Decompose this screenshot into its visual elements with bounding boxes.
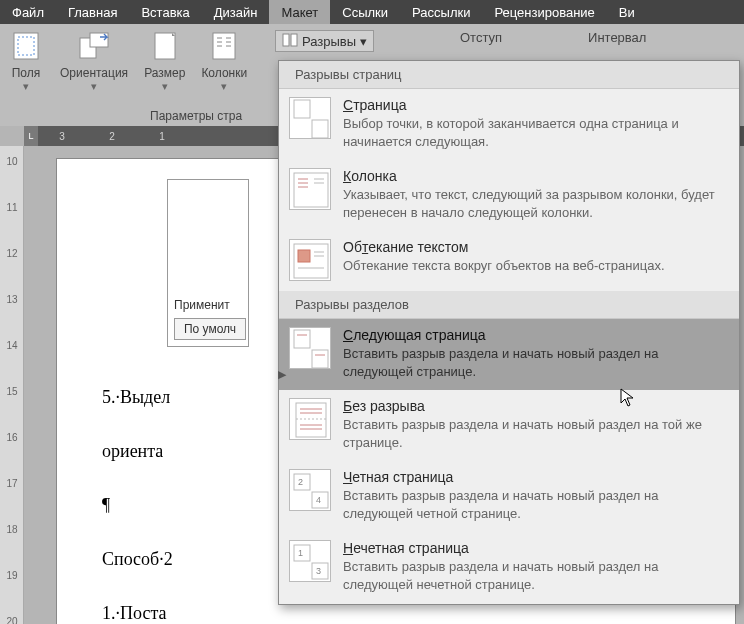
svg-text:1: 1: [298, 548, 303, 558]
ruler-tick: 12: [0, 248, 24, 259]
svg-rect-23: [298, 250, 310, 262]
page-break-icon: [289, 97, 331, 139]
ruler-tick: 2: [102, 126, 122, 146]
svg-text:4: 4: [316, 495, 321, 505]
menu-design[interactable]: Дизайн: [202, 0, 270, 24]
page-breaks-header: Разрывы страниц: [279, 61, 739, 89]
dropdown-caret-icon: ▾: [360, 34, 367, 49]
svg-rect-14: [294, 100, 310, 118]
page-setup-dialog-fragment: Применит По умолч: [167, 179, 249, 347]
break-continuous[interactable]: Без разрыва Вставить разрыв раздела и на…: [279, 390, 739, 461]
ruler-tick: 1: [152, 126, 172, 146]
menu-mailings[interactable]: Рассылки: [400, 0, 482, 24]
break-column[interactable]: Колонка Указывает, что текст, следующий …: [279, 160, 739, 231]
item-desc: Указывает, что текст, следующий за разры…: [343, 186, 725, 221]
breaks-icon: [282, 33, 298, 50]
dropdown-caret-icon: ▾: [91, 80, 97, 93]
svg-text:2: 2: [298, 477, 303, 487]
size-icon: [147, 28, 183, 64]
menu-view[interactable]: Ви: [607, 0, 647, 24]
dropdown-caret-icon: ▾: [23, 80, 29, 93]
next-page-break-icon: [289, 327, 331, 369]
ruler-tick: 11: [0, 202, 24, 213]
break-odd-page[interactable]: 13 Нечетная страница Вставить разрыв раз…: [279, 532, 739, 603]
tab-stop-selector[interactable]: L: [24, 126, 38, 146]
breaks-dropdown: Разрывы страниц Страница Выбор точки, в …: [278, 60, 740, 605]
columns-icon: [206, 28, 242, 64]
mouse-cursor-icon: [620, 388, 636, 411]
item-title: Без разрыва: [343, 398, 725, 414]
orientation-icon: [76, 28, 112, 64]
break-even-page[interactable]: 24 Четная страница Вставить разрыв разде…: [279, 461, 739, 532]
menu-layout[interactable]: Макет: [269, 0, 330, 24]
break-text-wrap[interactable]: Обтекание текстом Обтекание текста вокру…: [279, 231, 739, 291]
column-break-icon: [289, 168, 331, 210]
item-title: Нечетная страница: [343, 540, 725, 556]
svg-rect-12: [283, 34, 289, 46]
ruler-tick: 15: [0, 386, 24, 397]
break-next-page[interactable]: Следующая страница Вставить разрыв разде…: [279, 319, 739, 390]
margins-icon: [8, 28, 44, 64]
ruler-tick: 16: [0, 432, 24, 443]
orientation-label: Ориентация: [60, 66, 128, 80]
svg-rect-16: [294, 173, 328, 207]
columns-label: Колонки: [201, 66, 247, 80]
page-setup-group-label: Параметры стра: [0, 106, 248, 126]
svg-rect-4: [155, 33, 175, 59]
ruler-tick: 19: [0, 570, 24, 581]
ruler-tick: 20: [0, 616, 24, 624]
item-desc: Выбор точки, в которой заканчивается одн…: [343, 115, 725, 150]
item-desc: Вставить разрыв раздела и начать новый р…: [343, 558, 725, 593]
menu-file[interactable]: Файл: [0, 0, 56, 24]
menu-review[interactable]: Рецензирование: [482, 0, 606, 24]
ruler-tick: 13: [0, 294, 24, 305]
ribbon-right-labels: Отступ Интервал: [460, 30, 646, 45]
indent-label: Отступ: [460, 30, 502, 45]
apply-label: Применит: [174, 298, 242, 312]
svg-rect-13: [291, 34, 297, 46]
svg-text:3: 3: [316, 566, 321, 576]
menu-bar: Файл Главная Вставка Дизайн Макет Ссылки…: [0, 0, 744, 24]
svg-rect-31: [296, 403, 326, 437]
size-label: Размер: [144, 66, 185, 80]
breaks-button[interactable]: Разрывы ▾: [275, 30, 374, 52]
ruler-tick: 10: [0, 156, 24, 167]
ruler-tick: 18: [0, 524, 24, 535]
menu-insert[interactable]: Вставка: [129, 0, 201, 24]
continuous-break-icon: [289, 398, 331, 440]
item-title: Четная страница: [343, 469, 725, 485]
even-page-break-icon: 24: [289, 469, 331, 511]
text-wrap-break-icon: [289, 239, 331, 281]
interval-label: Интервал: [588, 30, 646, 45]
dropdown-caret-icon: ▾: [221, 80, 227, 93]
item-desc: Обтекание текста вокруг объектов на веб-…: [343, 257, 725, 275]
vertical-ruler[interactable]: 10 11 12 13 14 15 16 17 18 19 20: [0, 146, 24, 624]
svg-rect-27: [294, 330, 310, 348]
menu-home[interactable]: Главная: [56, 0, 129, 24]
break-page[interactable]: Страница Выбор точки, в которой заканчив…: [279, 89, 739, 160]
margins-label: Поля: [12, 66, 41, 80]
item-title: Страница: [343, 97, 725, 113]
item-desc: Вставить разрыв раздела и начать новый р…: [343, 416, 725, 451]
breaks-label: Разрывы: [302, 34, 356, 49]
item-title: Колонка: [343, 168, 725, 184]
item-title: Обтекание текстом: [343, 239, 725, 255]
submenu-chevron-icon: ▶: [278, 368, 286, 381]
odd-page-break-icon: 13: [289, 540, 331, 582]
default-button[interactable]: По умолч: [174, 318, 246, 340]
ruler-tick: 17: [0, 478, 24, 489]
item-desc: Вставить разрыв раздела и начать новый р…: [343, 487, 725, 522]
ruler-tick: 3: [52, 126, 72, 146]
ruler-tick: 14: [0, 340, 24, 351]
menu-references[interactable]: Ссылки: [330, 0, 400, 24]
dropdown-caret-icon: ▾: [162, 80, 168, 93]
svg-rect-5: [213, 33, 235, 59]
svg-rect-15: [312, 120, 328, 138]
section-breaks-header: Разрывы разделов: [279, 291, 739, 319]
item-desc: Вставить разрыв раздела и начать новый р…: [343, 345, 725, 380]
item-title: Следующая страница: [343, 327, 725, 343]
svg-rect-28: [312, 350, 328, 368]
